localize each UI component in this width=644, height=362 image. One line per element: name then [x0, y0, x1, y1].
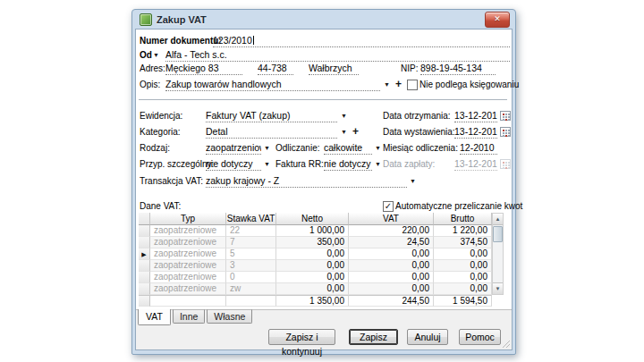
- miesiac-odliczenia-input[interactable]: 12-2010: [460, 142, 497, 155]
- cell-vat[interactable]: 0,00: [349, 248, 434, 260]
- cancel-button[interactable]: Anuluj: [407, 329, 448, 345]
- kategoria-row: Kategoria: Detal ▼ + Data wystawienia: 1…: [136, 126, 512, 139]
- cell-typ[interactable]: zaopatrzeniowe: [150, 272, 226, 283]
- cell-brutto[interactable]: 374,50: [434, 237, 492, 248]
- opis-combobox[interactable]: Zakup towarów handlowych: [165, 79, 380, 91]
- help-button[interactable]: Pomoc: [459, 329, 501, 345]
- cell-vat[interactable]: 0,00: [349, 260, 434, 272]
- tab-wlasne[interactable]: Własne: [207, 309, 252, 324]
- cell-brutto[interactable]: 0,00: [434, 272, 492, 283]
- tab-inne[interactable]: Inne: [173, 309, 205, 324]
- cell-netto[interactable]: 0,00: [276, 283, 349, 295]
- cell-stawka[interactable]: 7: [226, 237, 276, 248]
- opis-chevron-down-icon[interactable]: ▼: [384, 80, 390, 88]
- cell-vat[interactable]: 24,50: [349, 237, 434, 248]
- current-row-marker-icon: ▶: [141, 251, 146, 257]
- przyp-szczegolny-label: Przyp. szczególny:: [140, 158, 214, 170]
- auto-przeliczanie-checkbox[interactable]: ✓: [383, 201, 394, 212]
- window-titlebar[interactable]: Zakup VAT ✕: [135, 10, 513, 29]
- cell-vat[interactable]: 220,00: [349, 225, 434, 237]
- cell-netto[interactable]: 0,00: [276, 248, 349, 260]
- transakcja-vat-combobox[interactable]: zakup krajowy - Z: [206, 175, 407, 188]
- tab-strip: VAT Inne Własne: [138, 309, 252, 325]
- cell-typ[interactable]: zaopatrzeniowe: [150, 225, 226, 237]
- odliczanie-label: Odliczanie:: [275, 142, 319, 154]
- adres-city-input[interactable]: Wałbrzych: [309, 63, 359, 75]
- cell-stawka[interactable]: 3: [226, 260, 276, 272]
- cell-stawka[interactable]: 0: [226, 272, 276, 283]
- scrollbar-thumb[interactable]: [493, 226, 503, 242]
- cell-stawka[interactable]: 22: [226, 225, 276, 237]
- cell-netto[interactable]: 0,00: [276, 272, 349, 283]
- numer-dokumentu-input[interactable]: 123/2010: [213, 35, 510, 47]
- odliczanie-combobox[interactable]: całkowite: [324, 142, 372, 155]
- cell-typ[interactable]: zaopatrzeniowe: [150, 260, 226, 272]
- auto-przeliczanie-label: Automatyczne przeliczanie kwot: [395, 200, 522, 212]
- cell-netto[interactable]: 350,00: [276, 237, 349, 248]
- save-and-continue-button[interactable]: Zapisz i kontynuuj: [268, 329, 335, 345]
- save-button[interactable]: Zapisz: [349, 329, 398, 345]
- cell-netto[interactable]: 1 000,00: [276, 225, 349, 237]
- cell-typ[interactable]: zaopatrzeniowe: [150, 237, 226, 248]
- odliczanie-chevron-down-icon[interactable]: ▼: [375, 144, 381, 152]
- opis-label: Opis:: [140, 79, 160, 90]
- ewidencja-row: Ewidencja: Faktury VAT (zakup) ▼ Data ot…: [136, 110, 512, 122]
- od-input[interactable]: Alfa - Tech s.c.: [165, 49, 510, 62]
- dane-vat-header-row: Dane VAT: ✓ Automatyczne przeliczanie kw…: [136, 200, 512, 213]
- window-title: Zakup VAT: [157, 14, 207, 25]
- data-otrzymania-calendar-icon[interactable]: [500, 111, 511, 121]
- faktura-rr-combobox[interactable]: nie dotyczy: [324, 158, 372, 171]
- cell-vat[interactable]: 0,00: [349, 283, 434, 295]
- tab-vat[interactable]: VAT: [138, 309, 171, 325]
- nip-input[interactable]: 898-19-45-134: [420, 63, 496, 75]
- cell-brutto[interactable]: 1 220,00: [434, 225, 492, 237]
- cell-typ[interactable]: zaopatrzeniowe: [150, 283, 226, 295]
- scroll-down-button[interactable]: ▼: [493, 282, 503, 294]
- dialog-footer: VAT Inne Własne Zapisz i kontynuuj Zapis…: [136, 309, 512, 349]
- ewidencja-chevron-down-icon[interactable]: ▼: [341, 112, 347, 120]
- close-button[interactable]: ✕: [485, 12, 510, 28]
- adres-street-input[interactable]: Męckiego 83: [165, 63, 242, 75]
- opis-add-icon[interactable]: +: [395, 79, 402, 90]
- dialog-body: Numer dokumentu: 123/2010 Od ▼ Alfa - Te…: [135, 29, 513, 350]
- cell-brutto[interactable]: 0,00: [434, 283, 492, 295]
- data-otrzymania-input[interactable]: 13-12-2010: [454, 110, 497, 122]
- vat-table: Typ Stawka VAT Netto VAT Brutto zaopatrz…: [139, 213, 504, 307]
- kategoria-label: Kategoria:: [140, 126, 181, 138]
- scroll-up-button[interactable]: ▲: [493, 214, 503, 225]
- cell-typ[interactable]: zaopatrzeniowe: [150, 248, 226, 260]
- ewidencja-combobox[interactable]: Faktury VAT (zakup): [206, 110, 337, 122]
- kategoria-combobox[interactable]: Detal: [206, 126, 337, 139]
- cell-brutto[interactable]: 0,00: [434, 248, 492, 260]
- scroll-up-icon: ▲: [496, 216, 501, 222]
- przyp-szczegolny-combobox[interactable]: nie dotyczy: [206, 158, 261, 171]
- kategoria-add-icon[interactable]: +: [352, 126, 359, 138]
- cell-stawka[interactable]: 5: [226, 248, 276, 260]
- adres-zip-input[interactable]: 44-738: [258, 63, 293, 75]
- data-wystawienia-input[interactable]: 13-12-2010: [454, 126, 497, 139]
- data-wystawienia-calendar-icon[interactable]: [500, 127, 511, 137]
- transakcja-chevron-down-icon[interactable]: ▼: [410, 177, 416, 185]
- cell-stawka[interactable]: zw: [226, 283, 276, 295]
- cell-brutto[interactable]: 0,00: [434, 260, 492, 272]
- rodzaj-combobox[interactable]: zaopatrzeniowe: [206, 142, 261, 155]
- kategoria-chevron-down-icon[interactable]: ▼: [341, 128, 347, 136]
- od-chevron-down-icon[interactable]: ▼: [153, 51, 159, 59]
- col-typ: Typ: [150, 213, 226, 225]
- rodzaj-label: Rodzaj:: [140, 142, 170, 154]
- faktura-rr-label: Faktura RR:: [275, 158, 324, 170]
- cell-netto[interactable]: 0,00: [276, 260, 349, 272]
- text-cursor: [253, 36, 254, 45]
- nie-podlega-checkbox[interactable]: [407, 80, 418, 90]
- numer-dokumentu-label: Numer dokumentu:: [140, 35, 222, 46]
- col-vat: VAT: [349, 213, 434, 225]
- rodzaj-chevron-down-icon[interactable]: ▼: [264, 144, 270, 152]
- od-label[interactable]: Od: [140, 49, 152, 61]
- dane-vat-label: Dane VAT:: [140, 200, 181, 212]
- resize-grip-icon[interactable]: [501, 339, 510, 348]
- table-row-current: ▶ zaopatrzeniowe 5 0,00 0,00 0,00: [139, 248, 504, 260]
- miesiac-odliczenia-label: Miesiąc odliczenia:: [383, 142, 458, 154]
- cell-vat[interactable]: 0,00: [349, 272, 434, 283]
- przyp-chevron-down-icon[interactable]: ▼: [264, 160, 270, 168]
- faktura-rr-chevron-down-icon[interactable]: ▼: [375, 160, 381, 168]
